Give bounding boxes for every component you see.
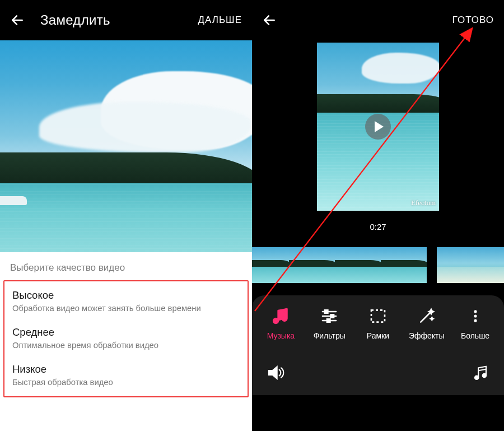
right-header: ГОТОВО <box>252 0 504 40</box>
tool-label: Рамки <box>367 331 389 340</box>
svg-point-14 <box>474 319 477 322</box>
quality-option-subtitle: Быстрая обработка видео <box>12 378 240 388</box>
timeline-thumb[interactable] <box>289 247 335 283</box>
svg-point-17 <box>483 374 486 377</box>
sliders-icon <box>320 307 339 326</box>
svg-marker-15 <box>269 367 277 378</box>
svg-rect-9 <box>327 319 330 322</box>
next-button[interactable]: ДАЛЬШЕ <box>198 15 242 26</box>
quality-option-subtitle: Оптимальное время обработки видео <box>12 341 240 351</box>
svg-rect-7 <box>325 310 328 313</box>
screen-title: Замедлить <box>40 12 198 28</box>
quality-option-medium[interactable]: Среднее Оптимальное время обработки виде… <box>4 321 248 358</box>
back-icon[interactable] <box>262 13 277 27</box>
tool-label: Больше <box>461 331 489 340</box>
quality-panel: Выберите качество видео Высокое Обработк… <box>0 252 252 407</box>
svg-line-11 <box>421 313 430 322</box>
timeline-thumb[interactable] <box>335 247 381 283</box>
video-preview-large <box>0 40 252 252</box>
watermark-text: Efectum <box>411 198 436 207</box>
quality-option-title: Среднее <box>12 326 240 339</box>
quality-options-box: Высокое Обработка видео может занять бол… <box>3 280 249 397</box>
quality-option-title: Низкое <box>12 363 240 376</box>
tool-filters[interactable]: Фильтры <box>309 307 349 340</box>
tool-music[interactable]: Музыка <box>260 307 301 340</box>
right-screen: ГОТОВО Efectum 0:27 <box>252 0 504 431</box>
svg-rect-8 <box>331 314 334 317</box>
frame-icon <box>368 307 388 326</box>
video-preview-small[interactable]: Efectum <box>317 43 439 211</box>
svg-point-3 <box>282 316 287 321</box>
bottom-bar <box>252 350 504 395</box>
volume-icon[interactable] <box>265 363 286 383</box>
music-track-icon[interactable] <box>470 363 491 383</box>
done-button[interactable]: ГОТОВО <box>452 15 494 26</box>
tool-label: Эффекты <box>409 331 445 340</box>
tool-label: Фильтры <box>314 331 346 340</box>
svg-point-16 <box>475 376 478 379</box>
editor-toolbar: Музыка Фильтры Рамки Эффекты <box>252 295 504 350</box>
tool-frames[interactable]: Рамки <box>358 307 398 340</box>
left-screen: Замедлить ДАЛЬШЕ Выберите качество видео… <box>0 0 252 431</box>
left-header: Замедлить ДАЛЬШЕ <box>0 0 252 40</box>
tool-more[interactable]: Больше <box>455 307 496 340</box>
timeline-thumb[interactable] <box>437 247 476 283</box>
timeline-thumb[interactable] <box>476 247 504 283</box>
timeline-thumb[interactable] <box>252 247 289 283</box>
play-icon[interactable] <box>365 114 391 140</box>
svg-point-12 <box>474 310 477 313</box>
svg-point-13 <box>474 314 477 317</box>
timeline-thumb[interactable] <box>381 247 427 283</box>
quality-heading: Выберите качество видео <box>0 262 252 280</box>
preview-area: Efectum 0:27 <box>252 40 504 231</box>
quality-option-title: Высокое <box>12 289 240 302</box>
more-vertical-icon <box>466 307 485 326</box>
tool-effects[interactable]: Эффекты <box>407 307 447 340</box>
timeline-thumbnails[interactable] <box>252 247 504 283</box>
tool-label: Музыка <box>267 331 295 340</box>
music-note-icon <box>271 307 290 326</box>
quality-option-high[interactable]: Высокое Обработка видео может занять бол… <box>4 284 248 321</box>
svg-point-2 <box>274 318 279 323</box>
svg-rect-10 <box>371 310 385 322</box>
quality-option-low[interactable]: Низкое Быстрая обработка видео <box>4 358 248 395</box>
magic-wand-icon <box>417 307 436 326</box>
video-timestamp: 0:27 <box>370 222 386 231</box>
quality-option-subtitle: Обработка видео может занять больше врем… <box>12 304 240 314</box>
back-icon[interactable] <box>10 13 25 27</box>
